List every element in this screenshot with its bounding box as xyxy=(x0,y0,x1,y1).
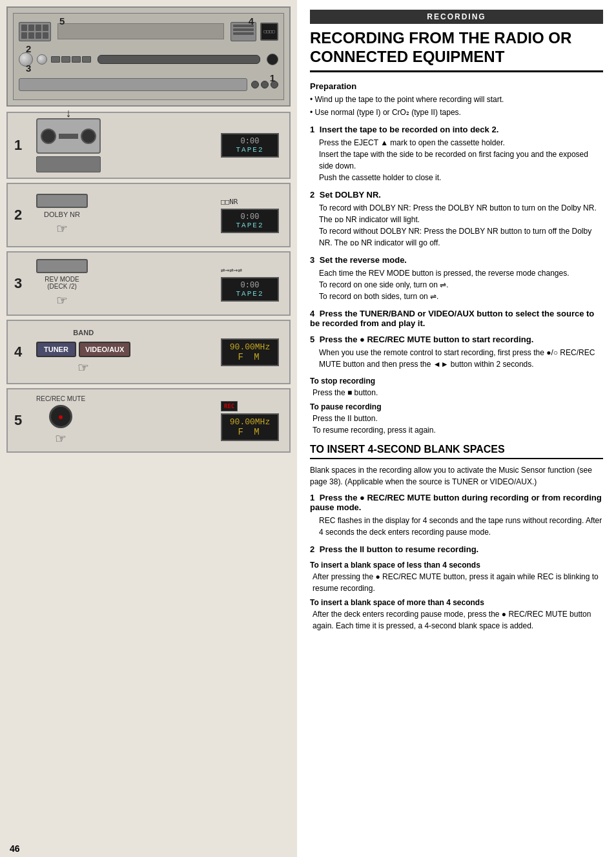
dolby-button-img xyxy=(36,194,88,208)
top-label-1: 1 xyxy=(270,72,275,83)
page-number: 46 xyxy=(10,843,20,854)
insert-step2-num: 2 xyxy=(310,544,314,554)
step5-text-header: 5 Press the ● REC/REC MUTE button to sta… xyxy=(310,335,603,344)
prep-bullet-2: • Use normal (type I) or CrO₂ (type II) … xyxy=(310,107,603,118)
step4-display: 90.00MHz F M xyxy=(221,338,279,366)
insert-step2-header: 2 Press the II button to resume recordin… xyxy=(310,544,603,554)
step2-text-block: 2 Set DOLBY NR. To record with DOLBY NR:… xyxy=(310,190,603,249)
step2-display: 0:00 TAPE2 xyxy=(221,209,279,233)
step1-body-text: Press the EJECT ▲ mark to open the casse… xyxy=(310,137,603,183)
step5-diagram: 5 REC/REC MUTE ☞ REC 90.00MHz F M xyxy=(6,388,291,453)
step5-number: 5 xyxy=(14,412,32,429)
step5-display: 90.00MHz F M xyxy=(221,413,279,441)
step3-content: REV MODE(DECK /2) ☞ ⇌→⇌→⇌ 0:00 TAPE2 xyxy=(32,259,283,308)
step1-number: 1 xyxy=(14,137,32,154)
step1-time: 0:00 xyxy=(227,137,272,146)
ctrl-btn-3 xyxy=(72,56,81,63)
round-btn-1 xyxy=(251,81,259,88)
step5-right: REC 90.00MHz F M xyxy=(221,400,279,441)
step5-header-text: Press the ● REC/REC MUTE button to start… xyxy=(320,335,533,344)
step1-header-text: Insert the tape to be recorded on into d… xyxy=(320,125,498,134)
step2-number: 2 xyxy=(14,207,32,223)
step4-left: BAND TUNER VIDEO/AUX ☞ xyxy=(36,329,130,375)
speaker-left xyxy=(19,22,51,41)
step4-num-label: 4 xyxy=(310,309,314,318)
step1-text-block: 1 Insert the tape to be recorded on into… xyxy=(310,125,603,183)
round-btn-2 xyxy=(261,81,269,88)
stereo-row-bottom xyxy=(19,78,278,91)
step4-diagram: 4 BAND TUNER VIDEO/AUX ☞ 90.00MHz F M xyxy=(6,320,291,384)
step1-left: ↓ xyxy=(36,118,101,172)
more-than-4-text: After the deck enters recording pause mo… xyxy=(310,608,603,632)
hand-pointer-4: ☞ xyxy=(77,360,89,375)
step5-content: REC/REC MUTE ☞ REC 90.00MHz F M xyxy=(32,395,283,446)
step2-right: □□NR 0:00 TAPE2 xyxy=(221,198,279,233)
step3-header-text: Set the reverse mode. xyxy=(320,255,407,265)
step2-diagram: 2 DOLBY NR ☞ □□NR 0:00 TAPE2 xyxy=(6,183,291,247)
insert-step1-header: 1 Press the ● REC/REC MUTE button during… xyxy=(310,493,603,512)
step4-header-text: Press the TUNER/BAND or VIDEO/AUX button… xyxy=(310,309,594,328)
source-buttons: TUNER VIDEO/AUX xyxy=(36,342,130,357)
preparation-block: Preparation • Wind up the tape to the po… xyxy=(310,81,603,118)
step1-content: ↓ 0:00 TAPE2 xyxy=(32,118,283,172)
display-panel-top: □□□□ xyxy=(260,23,278,41)
insert-step2-header-text: Press the II button to resume recording. xyxy=(320,544,478,554)
play-button xyxy=(267,54,278,65)
step3-left: REV MODE(DECK /2) ☞ xyxy=(36,259,88,308)
stereo-device-body: □□□□ xyxy=(13,13,284,100)
step4-text-header: 4 Press the TUNER/BAND or VIDEO/AUX butt… xyxy=(310,309,603,328)
hand-pointer-5: ☞ xyxy=(55,431,67,446)
right-content-panel: RECORDING RECORDING FROM THE RADIO OR CO… xyxy=(297,0,616,857)
top-label-3: 3 xyxy=(26,63,31,74)
rev-indicator: ⇌→⇌→⇌ xyxy=(221,266,242,274)
step3-time: 0:00 xyxy=(227,281,272,290)
step3-tape: TAPE2 xyxy=(227,290,272,298)
step5-left: REC/REC MUTE ☞ xyxy=(36,395,85,446)
rec-button xyxy=(49,405,72,428)
step3-diagram: 3 REV MODE(DECK /2) ☞ ⇌→⇌→⇌ 0:00 TAPE2 xyxy=(6,251,291,316)
step5-body-text: When you use the remote control to start… xyxy=(310,347,603,370)
tape-window xyxy=(59,134,78,139)
button-group xyxy=(51,56,91,63)
top-label-5: 5 xyxy=(59,15,65,26)
reel-right xyxy=(81,129,96,144)
dolby-indicator: □□NR xyxy=(221,198,238,206)
page-title: RECORDING FROM THE RADIO OR CONNECTED EQ… xyxy=(310,29,603,72)
cassette-area xyxy=(19,78,247,91)
cd-deck-area xyxy=(57,23,224,39)
deck-slot xyxy=(36,156,101,172)
hand-pointer-2: ☞ xyxy=(56,221,68,236)
insert-step1-header-text: Press the ● REC/REC MUTE button during r… xyxy=(310,493,602,512)
rev-label: REV MODE(DECK /2) xyxy=(45,276,79,290)
stop-recording-title: To stop recording xyxy=(310,377,603,386)
insert-arrow: ↓ xyxy=(66,107,72,120)
rec-mute-label: REC/REC MUTE xyxy=(36,395,85,402)
dolby-label: DOLBY NR xyxy=(44,211,80,218)
more-than-4-title: To insert a blank space of more than 4 s… xyxy=(310,598,603,607)
tape-deck-slot xyxy=(98,55,260,64)
step4-number: 4 xyxy=(14,344,32,360)
step2-tape: TAPE2 xyxy=(227,222,272,229)
step1-text-header: 1 Insert the tape to be recorded on into… xyxy=(310,125,603,134)
top-label-2: 2 xyxy=(26,43,31,54)
step2-text-header: 2 Set DOLBY NR. xyxy=(310,190,603,200)
step2-header-text: Set DOLBY NR. xyxy=(320,190,381,200)
less-than-4-section: To insert a blank space of less than 4 s… xyxy=(310,561,603,594)
videoaux-button[interactable]: VIDEO/AUX xyxy=(79,342,131,357)
left-diagram-panel: 5 4 2 3 1 □□□□ xyxy=(0,0,297,857)
less-than-4-text: After pressing the ● REC/REC MUTE button… xyxy=(310,571,603,594)
tuner-button[interactable]: TUNER xyxy=(36,342,76,357)
insert-step1-block: 1 Press the ● REC/REC MUTE button during… xyxy=(310,493,603,538)
step5-text-block: 5 Press the ● REC/REC MUTE button to sta… xyxy=(310,335,603,370)
step4-content: BAND TUNER VIDEO/AUX ☞ 90.00MHz F M xyxy=(32,329,283,375)
step4-right: 90.00MHz F M xyxy=(221,338,279,366)
pause-recording-section: To pause recording Press the II button. … xyxy=(310,402,603,436)
display-dots: □□□□ xyxy=(264,29,275,34)
step3-display: 0:00 TAPE2 xyxy=(221,277,279,302)
reel-left xyxy=(41,129,56,144)
more-than-4-section: To insert a blank space of more than 4 s… xyxy=(310,598,603,632)
stereo-row-controls xyxy=(19,52,278,67)
step1-display: 0:00 TAPE2 xyxy=(221,133,279,158)
step2-content: DOLBY NR ☞ □□NR 0:00 TAPE2 xyxy=(32,194,283,236)
step1-right: 0:00 TAPE2 xyxy=(221,133,279,158)
